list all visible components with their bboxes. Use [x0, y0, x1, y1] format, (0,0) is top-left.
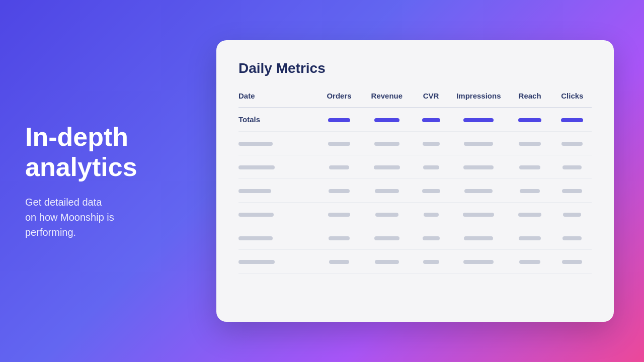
totals-reach-bar: [518, 118, 541, 122]
table-row: [238, 132, 592, 155]
row-cvr: [412, 155, 450, 179]
row-date: [238, 250, 316, 274]
table-row: [238, 226, 592, 250]
col-header-impressions: Impressions: [450, 92, 507, 108]
totals-orders-bar: [328, 118, 350, 122]
row-cvr: [412, 226, 450, 250]
metrics-table: Date Orders Revenue CVR Impressions Reac…: [238, 92, 592, 274]
row-revenue: [362, 179, 412, 203]
row-revenue: [362, 203, 412, 226]
row-reach: [507, 132, 552, 155]
row-reach: [507, 250, 552, 274]
row-cvr: [412, 250, 450, 274]
card-title: Daily Metrics: [238, 60, 592, 76]
row-orders: [316, 203, 362, 226]
row-revenue: [362, 132, 412, 155]
row-revenue: [362, 250, 412, 274]
row-date: [238, 203, 316, 226]
row-impressions: [450, 203, 507, 226]
row-orders: [316, 250, 362, 274]
row-orders: [316, 226, 362, 250]
row-date: [238, 155, 316, 179]
col-header-orders: Orders: [316, 92, 362, 108]
totals-impressions-bar: [463, 118, 494, 122]
row-date: [238, 179, 316, 203]
row-revenue: [362, 226, 412, 250]
row-reach: [507, 179, 552, 203]
row-cvr: [412, 132, 450, 155]
row-clicks: [553, 226, 592, 250]
totals-clicks: [553, 108, 592, 132]
col-header-date: Date: [238, 92, 316, 108]
col-header-revenue: Revenue: [362, 92, 412, 108]
row-date: [238, 226, 316, 250]
row-orders: [316, 132, 362, 155]
row-reach: [507, 203, 552, 226]
table-row: [238, 203, 592, 226]
totals-impressions: [450, 108, 507, 132]
row-clicks: [553, 155, 592, 179]
row-clicks: [553, 250, 592, 274]
totals-revenue: [362, 108, 412, 132]
row-cvr: [412, 203, 450, 226]
col-header-reach: Reach: [507, 92, 552, 108]
row-impressions: [450, 132, 507, 155]
totals-revenue-bar: [374, 118, 399, 122]
totals-cvr-bar: [422, 118, 440, 122]
metrics-card: Daily Metrics Date Orders Revenue CVR Im…: [216, 40, 614, 322]
table-header-row: Date Orders Revenue CVR Impressions Reac…: [238, 92, 592, 108]
row-impressions: [450, 226, 507, 250]
row-clicks: [553, 203, 592, 226]
col-header-cvr: CVR: [412, 92, 450, 108]
totals-label: Totals: [238, 108, 316, 132]
row-reach: [507, 155, 552, 179]
col-header-clicks: Clicks: [553, 92, 592, 108]
totals-reach: [507, 108, 552, 132]
row-orders: [316, 155, 362, 179]
totals-clicks-bar: [561, 118, 583, 122]
totals-orders: [316, 108, 362, 132]
row-revenue: [362, 155, 412, 179]
totals-row: Totals: [238, 108, 592, 132]
row-cvr: [412, 179, 450, 203]
left-panel: In-depthanalytics Get detailed dataon ho…: [0, 0, 201, 362]
row-impressions: [450, 179, 507, 203]
table-row: [238, 250, 592, 274]
subtext: Get detailed dataon how Moonship isperfo…: [25, 195, 176, 240]
row-reach: [507, 226, 552, 250]
row-date: [238, 132, 316, 155]
table-row: [238, 179, 592, 203]
row-impressions: [450, 250, 507, 274]
row-impressions: [450, 155, 507, 179]
row-clicks: [553, 132, 592, 155]
row-clicks: [553, 179, 592, 203]
totals-cvr: [412, 108, 450, 132]
table-row: [238, 155, 592, 179]
row-orders: [316, 179, 362, 203]
headline: In-depthanalytics: [25, 122, 176, 183]
